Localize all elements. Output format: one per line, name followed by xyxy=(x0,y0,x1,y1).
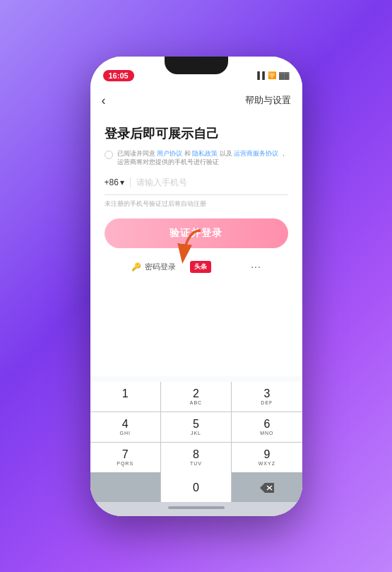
operator-agreement-link[interactable]: 运营商服务协议 xyxy=(234,150,278,157)
battery-icon: ▓▓ xyxy=(279,71,290,79)
password-login-button[interactable]: 🔑 密码登录 xyxy=(131,261,176,272)
nav-title: 帮助与设置 xyxy=(245,94,291,107)
nav-back-button[interactable]: ‹ xyxy=(102,93,106,108)
key-2[interactable]: 2 ABC xyxy=(161,382,231,412)
lock-icon: 🔑 xyxy=(131,261,142,272)
key-6[interactable]: 6 MNO xyxy=(232,412,302,442)
toutiao-login-wrapper: 头条 xyxy=(190,261,211,273)
apple-icon xyxy=(225,261,237,272)
phone-input[interactable]: 请输入手机号 xyxy=(136,177,288,189)
country-code-selector[interactable]: +86 ▾ xyxy=(105,177,131,187)
home-indicator xyxy=(90,502,302,516)
alt-login-row: 🔑 密码登录 头条 xyxy=(105,258,288,276)
home-bar xyxy=(168,506,225,509)
key-5[interactable]: 5 JKL xyxy=(161,412,231,442)
key-empty xyxy=(90,472,160,502)
apple-login-button[interactable] xyxy=(225,261,237,272)
key-1[interactable]: 1 xyxy=(90,382,160,412)
keyboard-area: 1 2 ABC 3 DEF 4 GHI 5 JKL 6 MNO xyxy=(90,376,302,516)
wifi-icon: 🛜 xyxy=(268,71,276,79)
key-delete[interactable] xyxy=(232,472,302,502)
toutiao-login-button[interactable]: 头条 xyxy=(190,261,211,273)
keyboard-bottom-row: 0 xyxy=(90,472,302,502)
more-icon: ··· xyxy=(251,261,261,272)
hint-text: 未注册的手机号验证过后将自动注册 xyxy=(105,199,288,209)
agreement-text: 已阅读并同意 用户协议 和 隐私政策 以及 运营商服务协议 ，运营商将对您提供的… xyxy=(117,149,288,167)
main-content: 登录后即可展示自己 已阅读并同意 用户协议 和 隐私政策 以及 运营商服务协议 … xyxy=(90,114,302,376)
agreement-checkbox[interactable] xyxy=(105,151,113,159)
notch xyxy=(165,57,228,74)
privacy-policy-link[interactable]: 隐私政策 xyxy=(192,150,218,157)
key-8[interactable]: 8 TUV xyxy=(161,443,231,472)
phone-input-row: +86 ▾ 请输入手机号 xyxy=(105,177,288,195)
more-login-button[interactable]: ··· xyxy=(251,261,261,272)
phone-shell: 16:05 ▐▐ 🛜 ▓▓ ‹ 帮助与设置 登录后即可展示自己 已阅读并同意 用… xyxy=(90,57,302,516)
key-7[interactable]: 7 PQRS xyxy=(90,443,160,472)
keyboard-grid: 1 2 ABC 3 DEF 4 GHI 5 JKL 6 MNO xyxy=(90,382,302,472)
agreement-row: 已阅读并同意 用户协议 和 隐私政策 以及 运营商服务协议 ，运营商将对您提供的… xyxy=(105,149,288,167)
verify-login-button[interactable]: 验证并登录 xyxy=(105,218,288,248)
user-agreement-link[interactable]: 用户协议 xyxy=(157,150,182,157)
page-title: 登录后即可展示自己 xyxy=(105,125,288,142)
signal-icon: ▐▐ xyxy=(255,71,265,79)
delete-icon xyxy=(259,482,275,494)
key-3[interactable]: 3 DEF xyxy=(232,382,302,412)
status-icons: ▐▐ 🛜 ▓▓ xyxy=(255,71,290,79)
status-time: 16:05 xyxy=(103,70,134,81)
key-4[interactable]: 4 GHI xyxy=(90,412,160,442)
key-9[interactable]: 9 WXYZ xyxy=(232,443,302,472)
toutiao-badge: 头条 xyxy=(190,261,211,273)
key-0[interactable]: 0 xyxy=(161,472,231,502)
nav-bar: ‹ 帮助与设置 xyxy=(90,88,302,114)
